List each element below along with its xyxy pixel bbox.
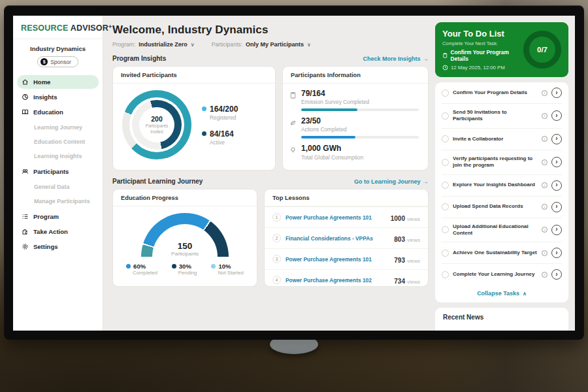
sponsor-badge[interactable]: $ Sponsor [37,56,78,67]
info-icon[interactable]: i [542,272,547,278]
task-go-button[interactable]: › [551,225,562,235]
task-row-7[interactable]: Upload Additional Educational Content i … [442,218,562,243]
completed-dot [126,264,131,269]
info-icon[interactable]: i [542,113,547,119]
task-go-button[interactable]: › [551,180,562,191]
task-row-9[interactable]: Complete Your Learning Journey i › [442,264,562,285]
task-checkbox[interactable] [442,203,449,210]
learning-journey-header: Participant Learning Journey Go to Learn… [112,178,429,185]
participants-dropdown-label: Participants: [212,41,242,48]
lesson-link[interactable]: Power Purchase Agreements 101 [286,214,386,221]
task-row-4[interactable]: Verify participants requesting to join t… [442,150,562,175]
completed-percent: 60% [133,263,146,270]
learning-journey-title: Participant Learning Journey [112,178,203,185]
sponsor-label: Sponsor [50,59,71,65]
info-icon[interactable]: i [542,90,547,96]
chevron-down-icon: ∨ [191,42,195,48]
task-go-button[interactable]: › [551,248,562,258]
not-started-dot [211,264,216,269]
program-dropdown[interactable]: Program: Industrialize Zero ∨ [112,41,195,48]
sidebar-item-take-action[interactable]: Take Action [17,225,99,238]
right-column: Your To Do List Complete Your Next Task:… [435,16,575,331]
task-checkbox[interactable] [442,135,449,142]
task-checkbox[interactable] [442,90,449,97]
sidebar-item-general-data[interactable]: General Data [17,180,99,194]
sidebar-item-insights[interactable]: Insights [17,90,99,104]
app-logo[interactable]: RESOURCE ADVISOR+ [13,16,103,39]
sidebar: RESOURCE ADVISOR+ Industry Dynamics $ Sp… [13,16,103,331]
lesson-link[interactable]: Power Purchase Agreements 102 [286,277,389,284]
task-row-6[interactable]: Upload Spend Data Records i › [442,197,562,218]
pending-label: Pending [178,270,197,276]
go-to-learning-journey-link[interactable]: Go to Learning Journey → [354,178,429,185]
registered-label: Registered [210,114,238,121]
task-row-8[interactable]: Achieve One Sustainability Target i › [442,242,562,264]
task-go-button[interactable]: › [551,110,562,121]
task-checkbox[interactable] [442,112,449,120]
lesson-link[interactable]: Financial Considerations - VPPAs [286,235,389,242]
actions-completed-value: 23/50 [301,117,419,125]
sidebar-item-participants[interactable]: Participants [17,165,99,178]
actions-completed-row: 23/50 Actions Completed [289,117,419,139]
todo-panel: Your To Do List Complete Your Next Task:… [435,22,568,77]
collapse-tasks-button[interactable]: Collapse Tasks ∧ [442,285,562,302]
task-checkbox[interactable] [442,182,449,189]
gauge-count: 150 [141,241,229,251]
background-photo: RESOURCE ADVISOR+ Industry Dynamics $ Sp… [0,0,588,392]
education-progress-title: Education Progress [113,189,257,206]
task-go-button[interactable]: › [551,88,562,98]
legend-active: 84/164 Active [202,129,238,146]
sidebar-item-manage-participants[interactable]: Manage Participants [17,194,99,208]
lesson-link[interactable]: Power Purchase Agreements 101 [286,256,389,263]
lesson-views: 793 [394,257,405,264]
task-checkbox[interactable] [442,159,449,166]
task-checkbox[interactable] [442,271,449,278]
info-icon[interactable]: i [542,250,547,256]
sidebar-item-settings[interactable]: Settings [17,240,99,253]
sidebar-item-education[interactable]: Education [17,105,99,119]
sidebar-item-learning-insights[interactable]: Learning Insights [17,149,99,163]
info-icon[interactable]: i [542,182,547,188]
info-icon[interactable]: i [542,159,547,165]
task-row-5[interactable]: Explore Your Insights Dashboard i › [442,175,562,197]
participants-dropdown[interactable]: Participants: Only My Participants ∨ [212,41,311,48]
task-go-button[interactable]: › [551,134,562,144]
home-icon [22,78,29,86]
main-area: Welcome, Industry Dynamics Program: Indu… [103,16,575,331]
todo-next-task[interactable]: Confirm Your Program Details [442,49,523,62]
sidebar-item-program[interactable]: Program [17,210,99,223]
sidebar-item-home[interactable]: Home [17,75,99,89]
not-started-percent: 10% [218,263,231,270]
todo-counter: 0/7 [537,46,547,54]
task-checkbox[interactable] [442,226,449,233]
info-icon[interactable]: i [542,227,547,233]
completed-label: Completed [133,270,157,276]
info-icon[interactable]: i [542,136,547,142]
sidebar-item-education-content[interactable]: Education Content [17,135,99,149]
task-row-1[interactable]: Confirm Your Program Details i › [442,82,562,104]
task-go-button[interactable]: › [551,269,562,280]
info-icon[interactable]: i [542,204,547,210]
participants-icon [22,168,29,175]
not-started-label: Not Started [218,270,243,276]
task-go-button[interactable]: › [551,202,562,212]
task-label: Verify participants requesting to join t… [453,155,538,169]
views-suffix: views [407,237,420,243]
clipboard-icon [442,52,448,59]
sidebar-item-learning-journey[interactable]: Learning Journey [17,120,99,135]
task-row-2[interactable]: Send 50 Invitations to Participants i › [442,104,562,129]
registered-dot [202,106,206,111]
education-progress-card: Education Progress 150 Participants [112,189,257,287]
lesson-row-4: 4 Power Purchase Agreements 102 734views [265,269,428,287]
legend-registered: 164/200 Registered [202,105,238,121]
participants-information-title: Participants Information [283,67,428,84]
task-row-3[interactable]: Invite a Collaborator i › [442,129,562,150]
task-go-button[interactable]: › [551,157,562,167]
emission-survey-label: Emission Survey Completed [301,99,419,105]
task-checkbox[interactable] [442,250,449,257]
legend-pending: 30% Pending [172,263,197,276]
check-more-insights-link[interactable]: Check More Insights → [363,55,429,62]
sidebar-item-label: Take Action [33,228,68,235]
survey-icon [289,91,297,99]
todo-title: Your To Do List [442,29,523,39]
